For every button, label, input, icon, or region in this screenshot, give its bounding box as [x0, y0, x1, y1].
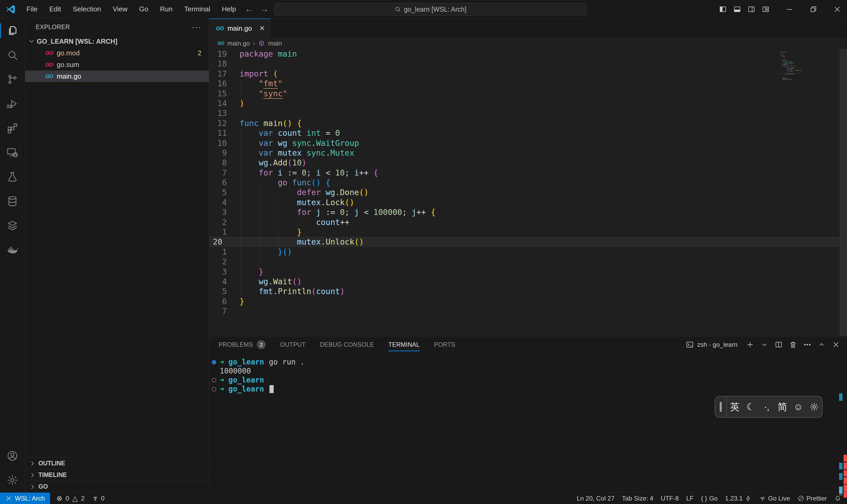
code-line[interactable]: 2 count++ — [209, 217, 847, 227]
line-number[interactable]: 5 — [209, 286, 239, 296]
code-line[interactable]: 5 defer wg.Done() — [209, 187, 847, 197]
line-number[interactable]: 19 — [209, 49, 239, 59]
code-line[interactable]: 0 — [777, 81, 802, 82]
line-number[interactable]: 18 — [209, 59, 239, 69]
menu-edit[interactable]: Edit — [43, 3, 67, 15]
tab-close-icon[interactable]: ✕ — [259, 24, 265, 33]
code-line[interactable]: 8 wg.Add(10) — [209, 158, 847, 167]
line-number[interactable]: 13 — [209, 108, 239, 118]
remote-explorer-icon[interactable] — [0, 140, 25, 165]
ime-emoji-icon[interactable]: ☺ — [790, 400, 806, 413]
code-line[interactable]: 4 wg.Wait() — [209, 276, 847, 286]
status-cursor-position[interactable]: Ln 20, Col 27 — [573, 495, 618, 502]
line-number[interactable]: 5 — [209, 187, 239, 197]
toggle-panel-icon[interactable] — [730, 0, 744, 19]
menu-view[interactable]: View — [107, 3, 133, 15]
run-debug-icon[interactable] — [0, 92, 25, 116]
status-notifications[interactable] — [831, 495, 845, 502]
code-line[interactable]: 6} — [209, 296, 847, 306]
panel-tab-terminal[interactable]: TERMINAL — [388, 337, 420, 353]
terminal-body[interactable]: ➜go_learngo run .1000000➜go_learn➜go_lea… — [209, 353, 847, 394]
code-line[interactable]: 7 for i := 0; i < 10; i++ { — [209, 168, 847, 178]
split-terminal-icon[interactable] — [773, 339, 785, 350]
layers-icon[interactable] — [0, 213, 25, 238]
code-line[interactable]: 19package main — [209, 49, 847, 59]
close-window-icon[interactable] — [830, 0, 844, 19]
new-terminal-icon[interactable] — [744, 339, 756, 350]
menu-go[interactable]: Go — [133, 3, 154, 15]
line-number[interactable]: 8 — [209, 158, 239, 167]
code-lines[interactable]: 19package main1817import (16 "fmt"15 "sy… — [209, 49, 847, 316]
menu-file[interactable]: File — [21, 3, 43, 15]
terminal-instance[interactable]: zsh - go_learn — [686, 340, 737, 349]
line-number[interactable]: 1 — [209, 247, 239, 257]
customize-layout-icon[interactable] — [759, 0, 773, 19]
panel-tab-debug-console[interactable]: DEBUG CONSOLE — [320, 337, 374, 353]
ime-simplified-chinese-icon[interactable]: 简 — [774, 400, 790, 413]
ime-halfwidth-moon-icon[interactable]: ☾ — [743, 400, 759, 413]
line-number[interactable]: 3 — [209, 267, 239, 276]
menu-run[interactable]: Run — [154, 3, 178, 15]
line-number[interactable]: 17 — [209, 69, 239, 78]
code-line[interactable]: 4 mutex.Lock() — [209, 197, 847, 207]
breadcrumb[interactable]: GO main.go › main — [209, 38, 847, 49]
panel-more-actions-icon[interactable] — [801, 339, 813, 350]
section-go[interactable]: GO — [25, 481, 209, 492]
line-number[interactable]: 1 — [209, 227, 239, 237]
code-line[interactable]: 3 } — [209, 267, 847, 276]
command-decoration-icon[interactable] — [212, 387, 220, 392]
ime-lang-english-icon[interactable]: 英 — [727, 400, 743, 413]
code-line[interactable]: 9 var mutex sync.Mutex — [209, 148, 847, 158]
line-number[interactable]: 10 — [209, 138, 239, 148]
source-control-icon[interactable] — [0, 67, 25, 92]
line-number[interactable]: 6 — [209, 296, 239, 306]
problems-indicator[interactable]: ⊗ 0 △ 2 — [50, 492, 88, 504]
file-item-go.mod[interactable]: GOgo.mod2 — [25, 47, 209, 59]
terminal-dropdown-icon[interactable] — [759, 339, 770, 350]
line-number[interactable]: 3 — [209, 207, 239, 217]
command-decoration-icon[interactable] — [212, 378, 220, 382]
code-line[interactable]: 1 } — [209, 227, 847, 237]
line-number[interactable]: 2 — [209, 217, 239, 227]
code-line[interactable]: 10 var wg sync.WaitGroup — [209, 138, 847, 148]
kill-terminal-icon[interactable] — [787, 339, 799, 350]
minimize-icon[interactable] — [782, 0, 797, 19]
menu-terminal[interactable]: Terminal — [178, 3, 216, 15]
toggle-sidebar-icon[interactable] — [716, 0, 730, 19]
menu-selection[interactable]: Selection — [67, 3, 107, 15]
line-number[interactable]: 12 — [209, 118, 239, 128]
account-icon[interactable] — [0, 444, 25, 468]
status-eol[interactable]: LF — [682, 495, 697, 502]
ime-drag-handle[interactable] — [715, 397, 727, 417]
tab-main-go[interactable]: GO main.go ✕ — [209, 19, 271, 38]
status-go-version[interactable]: 1.23.1 — [721, 495, 755, 502]
code-line[interactable]: 1 }() — [209, 247, 847, 257]
status-encoding[interactable]: UTF-8 — [657, 495, 682, 502]
code-editor[interactable]: 19package main1817import (16 "fmt"15 "sy… — [209, 49, 847, 336]
line-number[interactable]: 2 — [209, 257, 239, 267]
panel-tab-output[interactable]: OUTPUT — [280, 337, 305, 353]
gear-icon[interactable] — [0, 468, 25, 492]
panel-tab-ports[interactable]: PORTS — [434, 337, 455, 353]
status-prettier[interactable]: Prettier — [794, 495, 831, 502]
section-outline[interactable]: OUTLINE — [25, 457, 209, 469]
testing-icon[interactable] — [0, 165, 25, 189]
code-line[interactable]: 2 — [209, 257, 847, 267]
menu-help[interactable]: Help — [216, 3, 242, 15]
command-decoration-icon[interactable] — [212, 360, 220, 364]
file-item-main.go[interactable]: GOmain.go — [25, 70, 209, 82]
line-number[interactable]: 4 — [209, 197, 239, 207]
ports-indicator[interactable]: 0 — [88, 492, 108, 504]
folder-section-header[interactable]: GO_LEARN [WSL: ARCH] — [25, 35, 209, 47]
code-line[interactable]: 14) — [209, 98, 847, 108]
section-timeline[interactable]: TIMELINE — [25, 469, 209, 481]
status-go-live[interactable]: Go Live — [755, 495, 794, 502]
code-line[interactable]: 20 mutex.Unlock() — [209, 237, 847, 247]
code-line[interactable]: 6 go func() { — [209, 178, 847, 187]
line-number[interactable]: 4 — [209, 276, 239, 286]
line-number[interactable]: 7 — [209, 168, 239, 178]
line-number[interactable]: 20 — [209, 237, 239, 247]
restore-icon[interactable] — [806, 0, 821, 19]
ime-punctuation-icon[interactable]: ·‚ — [759, 400, 774, 413]
status-language-mode[interactable]: { }Go — [697, 495, 721, 502]
